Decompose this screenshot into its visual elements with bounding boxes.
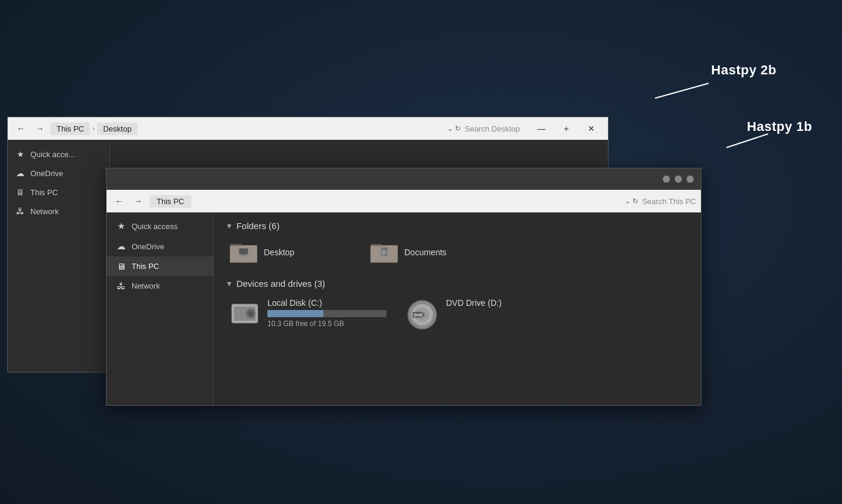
folder-name-desktop: Desktop: [264, 248, 294, 257]
drive-c-bar-bg: [267, 310, 386, 317]
svg-line-29: [726, 134, 768, 148]
sidebar-item-onedrive-back[interactable]: ☁ OneDrive: [8, 164, 110, 183]
sidebar-item-thispc-front[interactable]: 🖥 This PC: [107, 256, 213, 276]
sidebar-front: ★ Quick access ☁ OneDrive 🖥 This PC 🖧 Ne…: [107, 212, 214, 405]
breadcrumb-desktop[interactable]: Desktop: [97, 123, 138, 135]
drive-c-bar-fill: [267, 310, 323, 317]
folders-grid: Desktop Documents: [226, 238, 689, 267]
svg-rect-5: [241, 256, 246, 256]
folders-section-label: Folders (6): [236, 221, 280, 231]
dvd-icon: DVD: [406, 298, 439, 331]
drive-d-name: DVD Drive (D:): [446, 298, 501, 308]
monitor-icon: 🖥: [15, 187, 26, 197]
maximize-btn-back[interactable]: +: [554, 120, 578, 137]
cloud-icon: ☁: [15, 168, 26, 178]
sidebar-label-thispc: This PC: [30, 188, 58, 197]
addressbar-back: This PC › Desktop: [51, 123, 445, 135]
sidebar-item-network-front[interactable]: 🖧 Network: [107, 276, 213, 296]
chevron-down-icon-drives: ▼: [226, 280, 233, 288]
svg-rect-12: [382, 252, 386, 253]
main-content-front: ★ Quick access ☁ OneDrive 🖥 This PC 🖧 Ne…: [107, 212, 701, 405]
drive-c[interactable]: Local Disk (C:) 10.3 GB free of 19.5 GB: [226, 296, 392, 334]
cloud-icon-front: ☁: [115, 241, 127, 252]
svg-rect-20: [235, 321, 242, 322]
star-icon: ★: [15, 149, 26, 159]
back-btn-front[interactable]: ←: [111, 193, 127, 209]
svg-rect-13: [382, 254, 385, 255]
folder-icon-desktop: [229, 240, 258, 264]
titlebar-front: [107, 168, 701, 190]
svg-rect-3: [239, 249, 248, 255]
window-controls-back: — + ✕: [529, 120, 603, 137]
sidebar-label-quickaccess: Quick acce...: [30, 150, 75, 159]
drive-c-name: Local Disk (C:): [267, 298, 386, 308]
folder-desktop[interactable]: Desktop: [226, 238, 357, 267]
chevron-down-icon: ▼: [226, 222, 233, 230]
search-label-front: Search This PC: [642, 197, 696, 206]
network-icon-front: 🖧: [115, 281, 127, 291]
fwd-btn-front[interactable]: →: [130, 193, 146, 209]
drives-grid: Local Disk (C:) 10.3 GB free of 19.5 GB: [226, 296, 689, 334]
back-btn-back[interactable]: ←: [13, 120, 29, 137]
sidebar-label-qa-front: Quick access: [132, 222, 177, 231]
breadcrumb-thispc[interactable]: This PC: [51, 123, 90, 135]
annotation-1b: Hastpy 1b: [747, 119, 812, 134]
sidebar-label-od-front: OneDrive: [132, 242, 164, 251]
close-btn-back[interactable]: ✕: [579, 120, 603, 137]
drive-d[interactable]: DVD DVD Drive (D:): [402, 296, 569, 334]
drive-d-info: DVD Drive (D:): [446, 298, 501, 308]
sidebar-label-network-back: Network: [30, 207, 59, 216]
folder-name-documents: Documents: [404, 248, 447, 257]
search-arrows: ⌄ ↻: [447, 124, 461, 133]
search-text-back: Search Desktop: [465, 124, 520, 133]
drives-section-header[interactable]: ▼ Devices and drives (3): [226, 278, 689, 289]
minimize-btn-back[interactable]: —: [529, 120, 553, 137]
sidebar-item-thispc-back[interactable]: 🖥 This PC: [8, 183, 110, 202]
sidebar-item-quickaccess-back[interactable]: ★ Quick acce...: [8, 145, 110, 164]
sidebar-label-onedrive: OneDrive: [30, 169, 63, 178]
star-icon-front: ★: [115, 221, 127, 231]
drive-c-info: Local Disk (C:) 10.3 GB free of 19.5 GB: [267, 298, 386, 328]
breadcrumb-thispc-front[interactable]: This PC: [149, 195, 191, 208]
hdd-icon: [229, 298, 260, 329]
annotation-2b: Hastpy 2b: [711, 62, 776, 78]
folder-icon-documents: [370, 240, 398, 264]
sidebar-item-quickaccess-front[interactable]: ★ Quick access: [107, 216, 213, 236]
dot-1: [663, 176, 670, 183]
monitor-icon-front: 🖥: [115, 261, 127, 271]
sidebar-back: ★ Quick acce... ☁ OneDrive 🖥 This PC 🖧 N…: [8, 140, 110, 372]
svg-point-19: [250, 313, 252, 315]
dot-3: [687, 176, 694, 183]
titlebar-back: ← → This PC › Desktop ⌄ ↻ Search Desktop…: [8, 117, 608, 140]
search-area-front: ⌄ ↻ Search This PC: [625, 197, 696, 206]
addressbar-front: ← → This PC ⌄ ↻ Search This PC: [107, 190, 701, 212]
folders-section-header[interactable]: ▼ Folders (6): [226, 221, 689, 231]
sidebar-item-network-back[interactable]: 🖧 Network: [8, 202, 110, 221]
svg-rect-4: [242, 255, 245, 256]
window-front[interactable]: ← → This PC ⌄ ↻ Search This PC ★ Quick a…: [106, 168, 701, 406]
folder-documents[interactable]: Documents: [366, 238, 497, 267]
window-dots: [663, 176, 694, 183]
search-chevron-icon: ⌄ ↻: [625, 197, 638, 205]
breadcrumb-sep: ›: [92, 124, 95, 133]
search-box-back: ⌄ ↻ Search Desktop: [447, 124, 520, 133]
drives-section-label: Devices and drives (3): [236, 278, 325, 289]
svg-text:DVD: DVD: [414, 313, 423, 317]
drive-c-space: 10.3 GB free of 19.5 GB: [267, 320, 386, 328]
svg-line-28: [655, 83, 709, 98]
sidebar-item-onedrive-front[interactable]: ☁ OneDrive: [107, 236, 213, 256]
fwd-btn-back[interactable]: →: [32, 120, 48, 137]
file-area: ▼ Folders (6) Desktop: [214, 212, 701, 405]
svg-rect-11: [382, 251, 386, 251]
dot-2: [675, 176, 682, 183]
network-icon-back: 🖧: [15, 206, 26, 216]
sidebar-label-thispc-front: This PC: [132, 262, 159, 271]
sidebar-label-network-front: Network: [132, 281, 160, 290]
